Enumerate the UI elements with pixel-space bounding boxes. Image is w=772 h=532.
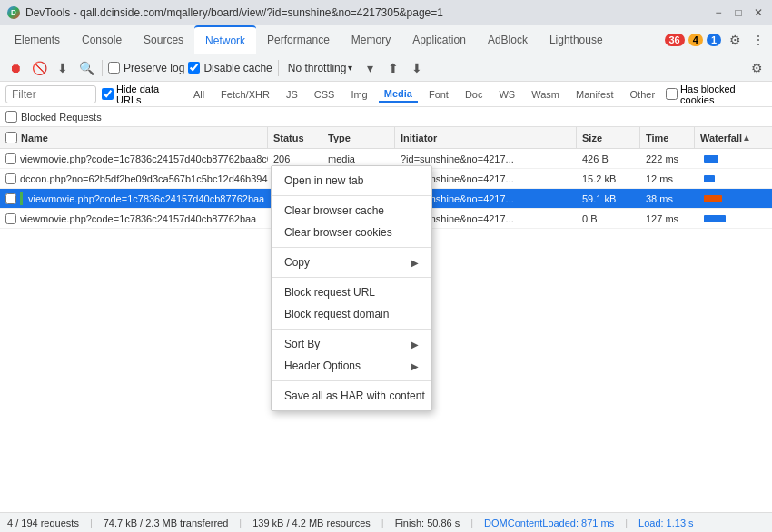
blocked-requests-label[interactable]: Blocked Requests bbox=[21, 112, 102, 123]
ctx-block-url[interactable]: Block request URL bbox=[272, 281, 431, 303]
table-header: Name Status Type Initiator Size Time Wat… bbox=[0, 127, 772, 149]
load-time: Load: 1.13 s bbox=[638, 517, 694, 528]
status-bar: 4 / 194 requests | 74.7 kB / 2.3 MB tran… bbox=[0, 512, 772, 532]
ctx-save-har[interactable]: Save all as HAR with content bbox=[272, 385, 431, 407]
maximize-button[interactable]: □ bbox=[732, 6, 745, 19]
more-button[interactable]: ⋮ bbox=[748, 30, 768, 50]
filter-css[interactable]: CSS bbox=[309, 87, 341, 102]
col-type[interactable]: Type bbox=[322, 127, 395, 148]
td-time: 222 ms bbox=[640, 149, 695, 168]
col-time[interactable]: Time bbox=[640, 127, 695, 148]
chevron-right-icon: ▶ bbox=[411, 340, 419, 350]
tab-sources[interactable]: Sources bbox=[133, 25, 194, 54]
context-menu: Open in new tab Clear browser cache Clea… bbox=[271, 165, 432, 411]
preserve-log-checkbox[interactable] bbox=[108, 62, 120, 74]
finish-time: Finish: 50.86 s bbox=[395, 517, 460, 528]
col-waterfall[interactable]: Waterfall ▲ bbox=[695, 127, 767, 148]
filter-media[interactable]: Media bbox=[379, 86, 418, 103]
upload-button[interactable]: ⬆ bbox=[383, 58, 403, 78]
filter-other[interactable]: Other bbox=[625, 87, 661, 102]
blocked-cookies-checkbox[interactable] bbox=[666, 88, 678, 100]
col-name[interactable]: Name bbox=[0, 127, 268, 148]
chevron-down-icon: ▾ bbox=[348, 63, 352, 73]
request-count: 4 / 194 requests bbox=[7, 517, 79, 528]
disable-cache-checkbox[interactable] bbox=[188, 62, 200, 74]
td-size: 426 B bbox=[577, 149, 640, 168]
close-button[interactable]: ✕ bbox=[752, 6, 765, 19]
ctx-clear-cookies[interactable]: Clear browser cookies bbox=[272, 222, 431, 243]
td-time: 38 ms bbox=[640, 189, 695, 208]
filter-manifest[interactable]: Manifest bbox=[570, 87, 619, 102]
ctx-clear-cache[interactable]: Clear browser cache bbox=[272, 200, 431, 222]
badge-area: 36 4 1 ⚙ ⋮ bbox=[665, 30, 769, 50]
filter-js[interactable]: JS bbox=[281, 87, 303, 102]
filter-img[interactable]: Img bbox=[345, 87, 372, 102]
search-button[interactable]: 🔍 bbox=[76, 58, 96, 78]
row-indicator bbox=[20, 192, 23, 205]
waterfall-bar-icon bbox=[704, 155, 718, 163]
row-checkbox[interactable] bbox=[5, 173, 16, 184]
col-size[interactable]: Size bbox=[577, 127, 640, 148]
blocked-requests-checkbox[interactable] bbox=[5, 111, 17, 123]
hide-data-urls-label[interactable]: Hide data URLs bbox=[102, 84, 183, 105]
ctx-divider bbox=[272, 380, 431, 381]
hide-data-urls-checkbox[interactable] bbox=[102, 88, 114, 100]
chevron-right-icon: ▶ bbox=[411, 361, 419, 371]
filter-fetch-xhr[interactable]: Fetch/XHR bbox=[215, 87, 275, 102]
throttle-dropdown[interactable]: No throttling ▾ bbox=[284, 60, 357, 76]
clear-button[interactable]: 🚫 bbox=[29, 58, 49, 78]
toolbar: ⏺ 🚫 ⬇ 🔍 Preserve log Disable cache No th… bbox=[0, 54, 772, 82]
tab-elements[interactable]: Elements bbox=[4, 25, 71, 54]
ctx-divider bbox=[272, 195, 431, 196]
tab-network[interactable]: Network bbox=[194, 25, 256, 54]
td-time: 12 ms bbox=[640, 169, 695, 188]
throttle-options-button[interactable]: ▾ bbox=[360, 58, 380, 78]
tab-console[interactable]: Console bbox=[71, 25, 133, 54]
filter-ws[interactable]: WS bbox=[493, 87, 520, 102]
td-size: 15.2 kB bbox=[577, 169, 640, 188]
record-button[interactable]: ⏺ bbox=[5, 58, 25, 78]
td-size: 0 B bbox=[577, 209, 640, 228]
minimize-button[interactable]: − bbox=[712, 6, 725, 19]
filter-all[interactable]: All bbox=[188, 87, 210, 102]
ctx-block-domain[interactable]: Block request domain bbox=[272, 303, 431, 325]
sort-arrow-icon: ▲ bbox=[742, 133, 751, 143]
td-name: dccon.php?no=62b5df2be09d3ca567b1c5bc12d… bbox=[0, 169, 268, 188]
download-button[interactable]: ⬇ bbox=[407, 58, 427, 78]
filter-wasm[interactable]: Wasm bbox=[526, 87, 565, 102]
fetch-icon[interactable]: ⬇ bbox=[53, 58, 73, 78]
select-all-checkbox[interactable] bbox=[5, 132, 17, 143]
divider-1 bbox=[102, 60, 103, 76]
td-waterfall bbox=[695, 149, 767, 168]
tab-memory[interactable]: Memory bbox=[341, 25, 401, 54]
tab-lighthouse[interactable]: Lighthouse bbox=[539, 25, 614, 54]
disable-cache-label[interactable]: Disable cache bbox=[188, 62, 272, 74]
settings-button[interactable]: ⚙ bbox=[725, 30, 745, 50]
tab-adblock[interactable]: AdBlock bbox=[477, 25, 539, 54]
ctx-sort-by[interactable]: Sort By ▶ bbox=[272, 333, 431, 355]
blocked-cookies-label[interactable]: Has blocked cookies bbox=[666, 84, 767, 105]
filter-doc[interactable]: Doc bbox=[460, 87, 489, 102]
ctx-divider bbox=[272, 247, 431, 248]
row-checkbox[interactable] bbox=[5, 213, 16, 224]
col-status[interactable]: Status bbox=[268, 127, 322, 148]
ctx-open-new-tab[interactable]: Open in new tab bbox=[272, 170, 431, 192]
ctx-header-options[interactable]: Header Options ▶ bbox=[272, 355, 431, 377]
filter-font[interactable]: Font bbox=[423, 87, 454, 102]
col-initiator[interactable]: Initiator bbox=[395, 127, 577, 148]
ctx-copy[interactable]: Copy ▶ bbox=[272, 251, 431, 273]
row-checkbox[interactable] bbox=[5, 153, 16, 164]
tab-application[interactable]: Application bbox=[401, 25, 477, 54]
td-name: viewmovie.php?code=1c7836c24157d40cb8776… bbox=[0, 149, 268, 168]
warning-badge: 4 bbox=[688, 34, 703, 46]
filter-input[interactable] bbox=[5, 85, 96, 103]
title-bar: D DevTools - qall.dcinside.com/mqallery/… bbox=[0, 0, 772, 25]
window-title: DevTools - qall.dcinside.com/mqallery/bo… bbox=[25, 6, 443, 19]
network-settings-button[interactable]: ⚙ bbox=[747, 58, 767, 78]
main-content: Name Status Type Initiator Size Time Wat… bbox=[0, 127, 772, 430]
tab-performance[interactable]: Performance bbox=[256, 25, 341, 54]
td-time: 127 ms bbox=[640, 209, 695, 228]
preserve-log-label[interactable]: Preserve log bbox=[108, 62, 184, 74]
td-waterfall bbox=[695, 169, 767, 188]
row-checkbox[interactable] bbox=[5, 193, 16, 204]
